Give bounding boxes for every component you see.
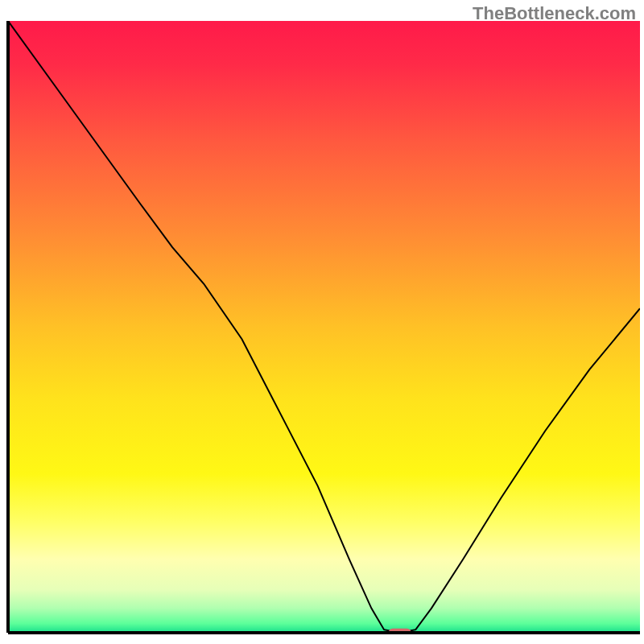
chart-container: TheBottleneck.com	[0, 0, 644, 644]
watermark-text: TheBottleneck.com	[473, 3, 636, 24]
gradient-background	[8, 21, 640, 633]
bottleneck-chart	[0, 0, 644, 644]
